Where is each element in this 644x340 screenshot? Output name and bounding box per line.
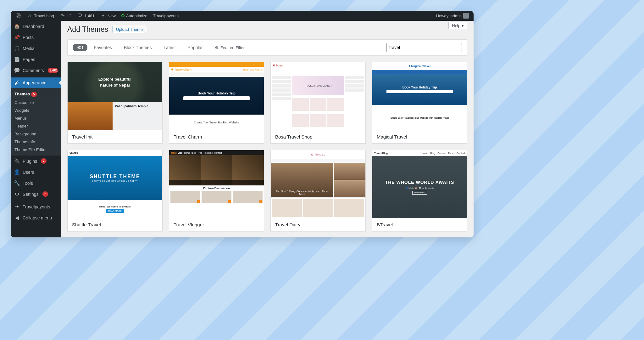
badge: 2: [42, 191, 48, 197]
home-icon: ⌂: [27, 13, 32, 19]
plus-icon: +: [100, 13, 106, 19]
badge: 7: [41, 158, 47, 164]
sidebar-item-travelpayouts[interactable]: ✈Travelpayouts: [11, 201, 61, 212]
filter-favorites[interactable]: Favorites: [94, 45, 112, 50]
theme-name: Bosa Travel Shop: [271, 130, 365, 143]
theme-card-travel-charm[interactable]: ✺ Travel Charm(888) 123-45678Book Your H…: [169, 62, 264, 144]
theme-name: BTravel: [372, 218, 467, 231]
sidebar-item-pages[interactable]: 📄Pages: [11, 54, 61, 65]
submenu-item-header[interactable]: Header: [11, 122, 61, 130]
theme-name: Travel Charm: [169, 130, 264, 143]
theme-card-travel-vlogger[interactable]: Travel VlogHomeBlogTripsFeaturesContactE…: [169, 150, 264, 231]
autoptimize-link[interactable]: Autoptimize: [119, 11, 150, 21]
menu-label: Tools: [23, 181, 33, 186]
theme-card-travel-diary[interactable]: ✿ TRAVELThe Next 5 Things To Immediately…: [270, 150, 366, 231]
menu-label: Posts: [23, 35, 34, 40]
menu-icon: ◀: [14, 215, 20, 221]
theme-name: Shuttle Travel: [68, 218, 162, 231]
badge: 5: [31, 92, 37, 97]
sidebar-item-dashboard[interactable]: 🏠Dashboard: [11, 21, 61, 32]
admin-sidebar: 🏠Dashboard📌Posts🎵Media📄Pages💬Comments1,4…: [11, 21, 61, 237]
submenu-item-customize[interactable]: Customize: [11, 99, 61, 106]
menu-icon: ✈: [14, 204, 20, 210]
menu-icon: ⚙: [14, 191, 20, 197]
menu-label: Comments: [23, 68, 44, 73]
submenu-item-menus[interactable]: Menus: [11, 114, 61, 122]
updates-link[interactable]: ⟳12: [58, 11, 74, 21]
site-name: Travel blog: [34, 14, 54, 18]
menu-label: Dashboard: [23, 24, 44, 29]
submenu-item-background[interactable]: Background: [11, 130, 61, 138]
updates-count: 12: [67, 14, 71, 18]
new-label: New: [108, 14, 116, 18]
menu-label: Plugins: [23, 159, 37, 164]
chevron-down-icon: ▾: [462, 23, 464, 28]
menu-label: Pages: [23, 57, 35, 62]
submenu-item-themes[interactable]: Themes5: [11, 90, 61, 99]
travelpayouts-link[interactable]: Travelpayouts: [151, 11, 181, 21]
theme-card-shuttle-travel[interactable]: ShuttleSHUTTLE THEMECREATE SOMETHING AWE…: [67, 150, 163, 231]
sidebar-item-posts[interactable]: 📌Posts: [11, 32, 61, 43]
new-link[interactable]: +New: [98, 11, 118, 21]
menu-icon: 🖌: [14, 80, 20, 86]
submenu-item-theme-file-editor[interactable]: Theme File Editor: [11, 146, 61, 154]
gear-icon: ⚙: [215, 45, 219, 50]
sidebar-item-tools[interactable]: 🔧Tools: [11, 178, 61, 189]
filter-block-themes[interactable]: Block Themes: [124, 45, 152, 50]
site-link[interactable]: ⌂Travel blog: [25, 11, 56, 21]
filter-bar: 901 FavoritesBlock ThemesLatestPopular ⚙…: [67, 39, 467, 56]
wordpress-icon: ⓦ: [15, 13, 21, 19]
search-input[interactable]: [386, 43, 462, 52]
menu-label: Settings: [23, 192, 39, 197]
theme-name: Travel Diary: [271, 218, 365, 231]
theme-card-travel-init[interactable]: Explore beautifulnature of NepalPashupat…: [67, 62, 163, 144]
submenu-item-widgets[interactable]: Widgets: [11, 106, 61, 114]
theme-name: Travel Init: [68, 130, 162, 143]
filter-latest[interactable]: Latest: [164, 45, 175, 50]
sidebar-item-comments[interactable]: 💬Comments1,481: [11, 65, 61, 76]
sidebar-item-settings[interactable]: ⚙Settings2: [11, 189, 61, 200]
menu-icon: 🎵: [14, 45, 20, 51]
menu-label: Media: [23, 46, 35, 51]
theme-card-btravel[interactable]: Travel BlogHome · Blog · Service · About…: [372, 150, 467, 231]
howdy-label: Howdy, admin: [436, 14, 462, 18]
menu-icon: 🔌: [14, 158, 20, 164]
theme-name: Travel Vlogger: [169, 218, 264, 231]
theme-grid: Explore beautifulnature of NepalPashupat…: [67, 62, 467, 231]
menu-icon: 🔧: [14, 180, 20, 186]
feature-filter[interactable]: ⚙Feature Filter: [215, 45, 245, 50]
menu-label: Collapse menu: [23, 215, 52, 220]
help-tab[interactable]: Help▾: [448, 22, 467, 29]
theme-count: 901: [73, 44, 87, 51]
menu-label: Appearance: [23, 80, 47, 85]
theme-name: Magical Travel: [372, 130, 467, 143]
menu-icon: 📌: [14, 34, 20, 40]
account-link[interactable]: Howdy, admin: [434, 11, 471, 21]
page-title: Add Themes: [67, 25, 108, 34]
sidebar-item-users[interactable]: 👤Users: [11, 167, 61, 178]
wordpress-logo[interactable]: ⓦ: [13, 11, 23, 21]
sidebar-item-media[interactable]: 🎵Media: [11, 43, 61, 54]
submenu-item-theme-info[interactable]: Theme Info: [11, 138, 61, 146]
theme-card-bosa-travel-shop[interactable]: ✖ bosaTRAVEL KIT AND GEARS !Bosa Travel …: [270, 62, 366, 144]
menu-icon: 🏠: [14, 23, 20, 29]
upload-theme-button[interactable]: Upload Theme: [113, 26, 146, 33]
comment-icon: 🗨: [77, 13, 83, 19]
menu-icon: 📄: [14, 56, 20, 62]
sidebar-item-collapse-menu[interactable]: ◀Collapse menu: [11, 212, 61, 223]
filter-popular[interactable]: Popular: [188, 45, 203, 50]
avatar: [463, 13, 469, 19]
sidebar-item-appearance[interactable]: 🖌Appearance: [11, 77, 61, 88]
menu-label: Travelpayouts: [23, 204, 50, 209]
admin-bar: ⓦ ⌂Travel blog ⟳12 🗨1,481 +New Autoptimi…: [11, 11, 474, 21]
badge: 1,481: [48, 68, 58, 73]
theme-card-magical-travel[interactable]: ⚕ Magical TravelBook Your Holiday TripCr…: [372, 62, 467, 144]
comments-link[interactable]: 🗨1,481: [75, 11, 97, 21]
menu-icon: 💬: [14, 67, 20, 73]
menu-icon: 👤: [14, 169, 20, 175]
sidebar-item-plugins[interactable]: 🔌Plugins7: [11, 156, 61, 167]
comments-count: 1,481: [84, 14, 95, 18]
autoptimize-icon: [121, 14, 125, 17]
menu-label: Users: [23, 170, 34, 175]
content-area: Help▾ Add Themes Upload Theme 901 Favori…: [61, 21, 474, 237]
